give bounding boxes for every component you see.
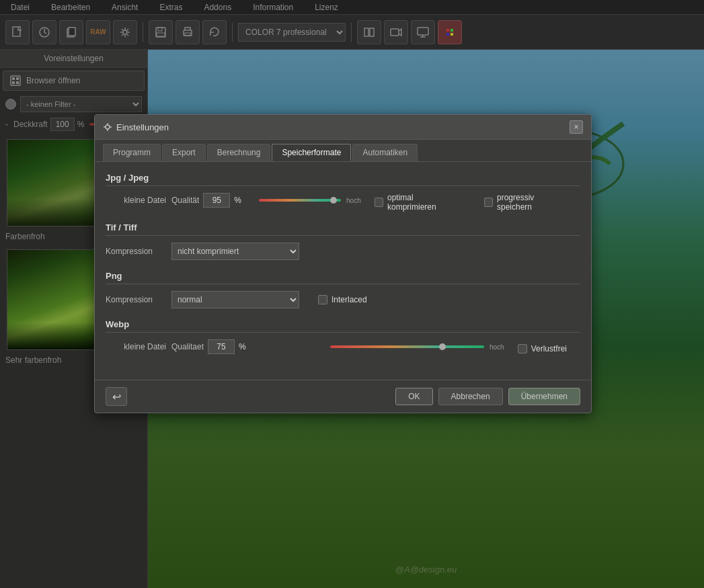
jpg-quality-row: kleine Datei Qualität % hoch: [106, 193, 361, 208]
verlustfrei-label: Verlustfrei: [531, 344, 567, 353]
webp-section: Webp kleine Datei Qualitaet % hoch: [106, 319, 580, 358]
modal-tabs: Programm Export Berechnung Speicherforma…: [95, 140, 591, 162]
abbrechen-button[interactable]: Abbrechen: [438, 388, 503, 405]
undo-button[interactable]: ↩: [106, 387, 127, 406]
progressiv-speichern-checkbox[interactable]: [484, 198, 493, 207]
webp-quality-slider[interactable]: [330, 345, 483, 348]
progressiv-speichern-label: progressiv speichern: [497, 193, 567, 212]
kleine-datei-label: kleine Datei: [106, 196, 166, 205]
optimal-komprimieren-option: optimal komprimieren: [375, 193, 460, 212]
qualitaet-label-jpg: Qualität: [171, 196, 199, 205]
modal-footer: ↩ OK Abbrechen Übernehmen: [95, 380, 591, 413]
tab-berechnung[interactable]: Berechnung: [207, 144, 271, 161]
png-kompression-row: Kompression normal Interlaced: [106, 291, 580, 308]
tif-kompression-row: Kompression nicht komprimiert: [106, 243, 580, 260]
modal-title-text: Einstellungen: [116, 122, 169, 132]
footer-right: OK Abbrechen Übernehmen: [395, 388, 580, 405]
svg-point-28: [106, 125, 110, 129]
tif-kompression-select[interactable]: nicht komprimiert: [171, 243, 299, 260]
modal-titlebar: Einstellungen ×: [95, 115, 591, 140]
uebernehmen-button[interactable]: Übernehmen: [508, 388, 580, 405]
png-section: Png Kompression normal Interlaced: [106, 271, 580, 308]
ok-button[interactable]: OK: [395, 388, 432, 405]
tab-programm[interactable]: Programm: [103, 144, 161, 161]
png-interlaced-option: Interlaced: [318, 295, 367, 304]
jpg-quality-input[interactable]: [203, 193, 230, 208]
progressiv-speichern-option: progressiv speichern: [484, 193, 567, 212]
png-title: Png: [106, 271, 580, 284]
jpg-quality-slider[interactable]: [259, 199, 341, 202]
verlustfrei-option: Verlustfrei: [518, 344, 567, 353]
tab-export[interactable]: Export: [162, 144, 206, 161]
optimal-komprimieren-checkbox[interactable]: [375, 198, 383, 207]
webp-kleine-datei-label: kleine Datei: [106, 342, 166, 351]
tab-automatiken[interactable]: Automatiken: [352, 144, 418, 161]
png-interlaced-label: Interlaced: [331, 295, 367, 304]
footer-left: ↩: [106, 387, 127, 406]
jpg-quality-unit: %: [234, 196, 241, 205]
jpg-options: optimal komprimieren progressiv speicher…: [375, 193, 580, 212]
webp-options: Verlustfrei: [518, 344, 580, 353]
tif-section: Tif / Tiff Kompression nicht komprimiert: [106, 222, 580, 260]
jpg-section: Jpg / Jpeg kleine Datei Qualität % hoch: [106, 173, 580, 212]
settings-icon: [103, 122, 112, 132]
webp-quality-unit: %: [239, 342, 246, 351]
webp-qualitaet-label: Qualitaet: [171, 342, 204, 351]
tif-kompression-label: Kompression: [106, 247, 166, 256]
png-interlaced-checkbox[interactable]: [318, 295, 327, 304]
webp-quality-input[interactable]: [208, 339, 235, 354]
modal-body: Jpg / Jpeg kleine Datei Qualität % hoch: [95, 162, 591, 380]
optimal-komprimieren-label: optimal komprimieren: [387, 193, 460, 212]
png-kompression-select[interactable]: normal: [171, 291, 299, 308]
settings-dialog: Einstellungen × Programm Export Berechnu…: [94, 114, 592, 413]
jpg-quality-thumb[interactable]: [330, 197, 337, 204]
tif-title: Tif / Tiff: [106, 222, 580, 236]
verlustfrei-checkbox[interactable]: [518, 344, 527, 353]
webp-quality-row: kleine Datei Qualitaet % hoch: [106, 339, 504, 354]
hoch-label-webp: hoch: [490, 343, 504, 351]
webp-quality-thumb[interactable]: [439, 343, 446, 350]
png-kompression-label: Kompression: [106, 295, 166, 304]
modal-close-button[interactable]: ×: [570, 120, 583, 134]
tab-speicherformate[interactable]: Speicherformate: [272, 144, 351, 161]
jpg-title: Jpg / Jpeg: [106, 173, 580, 186]
modal-overlay: Einstellungen × Programm Export Berechnu…: [0, 0, 704, 588]
webp-title: Webp: [106, 319, 580, 333]
hoch-label-jpg: hoch: [346, 197, 361, 204]
modal-title: Einstellungen: [103, 122, 169, 132]
